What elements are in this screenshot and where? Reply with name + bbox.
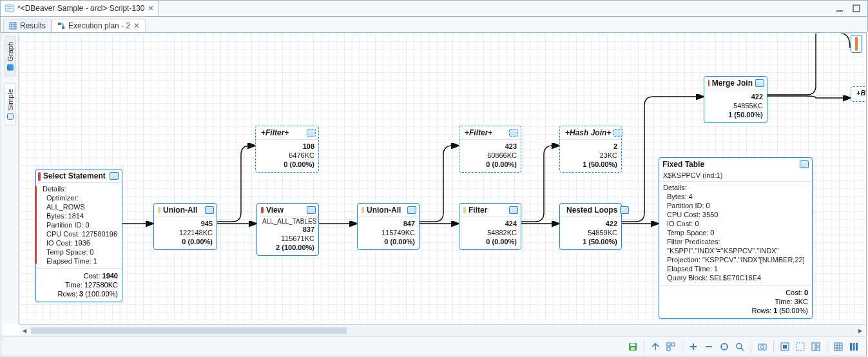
editor-tab-label: *<DBeaver Sample - orcl> Script-130 [17, 4, 144, 13]
svg-rect-23 [856, 343, 858, 351]
tab-plan-label: Execution plan - 2 [68, 21, 130, 30]
node-filter-collapsed-2[interactable]: +Filter+ 42360866KC0 (0.00%) [459, 126, 521, 173]
columns-icon[interactable] [847, 340, 861, 354]
scroll-left-icon[interactable]: ◄ [19, 327, 30, 334]
node-stats: 223KC1 (50.00%) [583, 142, 617, 169]
zoom-fit-icon[interactable] [733, 340, 747, 354]
export-icon[interactable] [648, 340, 662, 354]
node-title: Merge Join [712, 79, 753, 88]
tab-execution-plan[interactable]: Execution plan - 2 ✕ [52, 19, 146, 32]
node-union-all-1[interactable]: Union-All 945122148KC0 (0.00%) [153, 203, 217, 250]
editor-tab[interactable]: *<DBeaver Sample - orcl> Script-130 ✕ [1, 1, 159, 16]
view-mode-pane: Graph Simple [2, 34, 19, 324]
grid-icon[interactable] [831, 340, 845, 354]
expand-icon[interactable] [509, 129, 518, 137]
tab-results[interactable]: Results [3, 19, 52, 32]
pan-icon[interactable] [778, 340, 792, 354]
zoom-reset-icon[interactable] [717, 340, 731, 354]
svg-rect-19 [816, 343, 820, 346]
node-select-statement[interactable]: Select Statement Details: Optimizer: ALL… [35, 169, 122, 302]
marquee-icon[interactable] [793, 340, 807, 354]
expand-icon[interactable] [509, 206, 518, 214]
node-nested-loops[interactable]: Nested Loops 42254859KC1 (50.00%) [559, 203, 622, 250]
node-title: +B [854, 89, 865, 97]
cost-bar [261, 207, 264, 213]
node-title: Nested Loops [566, 206, 617, 215]
node-stats: 42254859KC1 (50.00%) [583, 219, 617, 246]
expand-icon[interactable] [205, 206, 214, 214]
cost-bar [362, 207, 364, 213]
layout-icon[interactable] [809, 340, 823, 354]
node-offscreen-tiny[interactable] [851, 35, 862, 53]
scroll-right-icon[interactable]: ► [855, 327, 865, 334]
zoom-out-icon[interactable] [702, 340, 716, 354]
tab-simple[interactable]: Simple [5, 83, 16, 126]
plan-canvas[interactable]: Select Statement Details: Optimizer: ALL… [19, 34, 865, 324]
close-icon[interactable]: ✕ [133, 21, 140, 30]
cost-bar [708, 80, 709, 86]
sql-script-icon [5, 4, 14, 13]
node-offscreen[interactable]: +B [851, 86, 865, 102]
expand-icon[interactable] [755, 79, 764, 87]
node-stats: 945122148KC0 (0.00%) [179, 219, 213, 246]
plan-icon [57, 22, 65, 30]
scroll-track[interactable] [30, 326, 855, 335]
separator [751, 340, 751, 353]
horizontal-scrollbar[interactable]: ◄ ► [19, 324, 865, 336]
svg-rect-10 [667, 347, 670, 351]
svg-point-12 [737, 343, 742, 349]
node-filter[interactable]: Filter 42454882KC0 (0.00%) [459, 203, 521, 250]
editor-tab-bar: *<DBeaver Sample - orcl> Script-130 ✕ [0, 0, 868, 17]
tab-graph[interactable]: Graph [5, 36, 16, 77]
simple-icon [7, 113, 14, 119]
tab-graph-label: Graph [6, 42, 14, 62]
expand-icon[interactable] [407, 206, 416, 214]
expand-icon[interactable] [307, 206, 316, 214]
svg-rect-2 [10, 23, 16, 29]
tab-simple-label: Simple [6, 89, 14, 111]
node-object: ALL_ALL_TABLES [261, 218, 316, 225]
screenshot-icon[interactable] [755, 340, 769, 354]
separator [644, 340, 644, 353]
expand-icon[interactable] [613, 129, 622, 137]
close-icon[interactable]: ✕ [148, 4, 154, 13]
svg-point-14 [761, 345, 764, 349]
details-lines: Optimizer: ALL_ROWS Bytes: 1814 Partitio… [43, 193, 118, 265]
svg-rect-13 [758, 344, 766, 350]
svg-rect-1 [853, 5, 860, 12]
node-title: +Filter+ [258, 128, 304, 137]
node-merge-join[interactable]: Merge Join 42254855KC1 (50.00%) [704, 76, 767, 123]
minimize-icon[interactable] [835, 4, 844, 13]
node-title: Filter [468, 206, 506, 215]
svg-rect-9 [671, 343, 675, 346]
maximize-icon[interactable] [852, 4, 861, 13]
expand-icon[interactable] [620, 206, 629, 214]
cost-bar [463, 207, 466, 213]
svg-rect-3 [58, 23, 61, 25]
plan-toolbar [1, 337, 867, 356]
node-stats: 42254855KC1 (50.00%) [728, 92, 763, 119]
svg-rect-16 [783, 345, 787, 349]
save-icon[interactable] [626, 340, 640, 354]
svg-rect-8 [667, 343, 670, 346]
node-union-all-2[interactable]: Union-All 847115749KC0 (0.00%) [357, 203, 420, 250]
node-fixed-table[interactable]: Fixed Table X$KSPPCV (ind:1) Details: By… [659, 157, 813, 319]
svg-rect-7 [631, 347, 635, 350]
node-hash-join-collapsed[interactable]: +Hash Join+ 223KC1 (50.00%) [559, 126, 622, 173]
cost-bar [158, 207, 160, 213]
outline-icon[interactable] [664, 340, 678, 354]
expand-icon[interactable] [800, 160, 809, 168]
node-footer: Cost: 0 Time: 3KC Rows: 1 (50.00%) [659, 285, 812, 318]
node-title: +Filter+ [462, 128, 506, 137]
svg-rect-22 [853, 343, 855, 351]
plan-canvas-wrap: Graph Simple [1, 32, 867, 336]
separator [827, 340, 827, 353]
zoom-in-icon[interactable] [686, 340, 700, 354]
node-title: +Hash Join+ [563, 128, 611, 137]
window-controls [829, 1, 867, 16]
expand-icon[interactable] [307, 129, 316, 137]
node-filter-collapsed-1[interactable]: +Filter+ 1086476KC0 (0.00%) [255, 126, 319, 173]
node-view[interactable]: View ALL_ALL_TABLES 837115671KC2 (100.00… [256, 203, 319, 256]
expand-icon[interactable] [110, 172, 119, 180]
scroll-thumb[interactable] [31, 327, 347, 334]
